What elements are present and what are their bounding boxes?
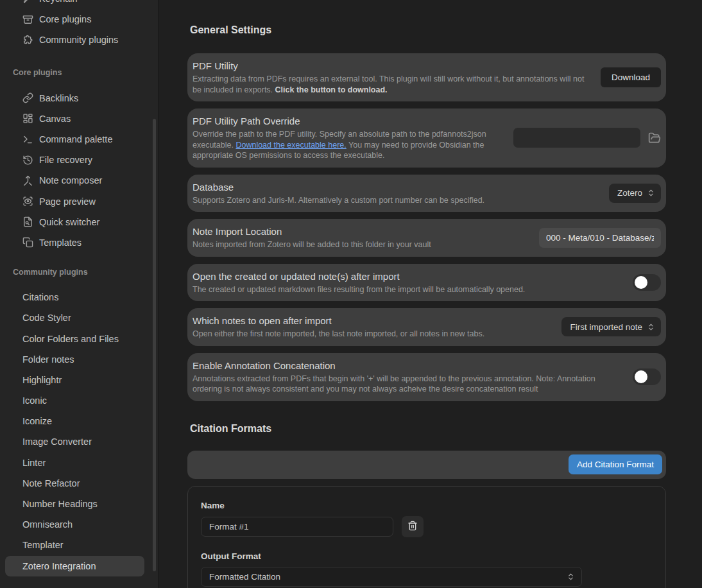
sidebar-item-label: Community plugins <box>39 35 118 45</box>
setting-name: Which notes to open after import <box>193 315 552 327</box>
toggle-knob <box>635 276 647 289</box>
history-icon <box>22 155 33 166</box>
sidebar-item-page-preview[interactable]: Page preview <box>0 191 144 212</box>
sidebar-item-label: Note Refactor <box>22 478 80 489</box>
sidebar-item-file-recovery[interactable]: File recovery <box>0 150 144 170</box>
sidebar-item-label: Page preview <box>39 196 96 207</box>
layout-icon <box>22 113 33 124</box>
general-settings-heading: General Settings <box>187 0 666 36</box>
sidebar-item-core-plugins[interactable]: Core plugins <box>0 9 144 30</box>
sidebar-item-number-headings[interactable]: Number Headings <box>0 494 144 514</box>
which-notes-select-value: First imported note <box>570 322 642 332</box>
sidebar-item-command-palette[interactable]: Command palette <box>0 129 144 150</box>
copy-icon <box>22 237 33 248</box>
citation-format-card: Name Output Format Formatted Citation <box>187 486 666 588</box>
sidebar-item-note-refactor[interactable]: Note Refactor <box>0 473 144 494</box>
sidebar-item-label: Quick switcher <box>39 217 99 227</box>
terminal-icon <box>22 134 33 145</box>
sidebar-item-folder-notes[interactable]: Folder notes <box>0 349 144 370</box>
setting-info: Note Import Location Notes imported from… <box>193 225 539 250</box>
sidebar-item-templater[interactable]: Templater <box>0 535 144 555</box>
key-icon <box>22 0 33 4</box>
annotation-concatenation-toggle[interactable] <box>633 368 661 385</box>
sidebar-item-color-folders-and-files[interactable]: Color Folders and Files <box>0 328 144 349</box>
sidebar-item-note-composer[interactable]: Note composer <box>0 170 144 191</box>
toggle-knob <box>635 370 647 383</box>
setting-name: Database <box>193 181 600 194</box>
open-after-import-toggle[interactable] <box>633 274 661 291</box>
setting-name: Enable Annotation Concatenation <box>193 359 624 372</box>
sidebar-item-community-plugins[interactable]: Community plugins <box>0 30 144 50</box>
link-icon <box>22 92 33 103</box>
setting-description: Annotations extracted from PDFs that beg… <box>193 374 624 395</box>
sidebar-item-omnisearch[interactable]: Omnisearch <box>0 514 144 535</box>
folder-open-icon <box>648 137 661 146</box>
setting-name: Note Import Location <box>193 225 530 238</box>
setting-description: The created or updated markdown files re… <box>193 284 624 295</box>
setting-description: Supports Zotero and Juris-M. Alternative… <box>193 195 600 206</box>
add-citation-format-button[interactable]: Add Citation Format <box>569 454 662 474</box>
chevrons-up-down-icon <box>647 323 655 331</box>
trash-icon <box>407 521 418 533</box>
sidebar-item-label: Linter <box>22 458 46 468</box>
setting-description: Notes imported from Zotero will be added… <box>193 239 530 250</box>
setting-name: PDF Utility <box>193 60 592 73</box>
setting-open-after-import: Open the created or updated note(s) afte… <box>187 264 666 302</box>
sidebar-item-iconize[interactable]: Iconize <box>0 411 144 431</box>
output-format-select[interactable]: Formatted Citation <box>201 567 582 587</box>
sidebar-item-label: Code Styler <box>22 313 71 323</box>
sidebar-item-label: Folder notes <box>22 354 74 365</box>
note-import-location-input[interactable] <box>539 228 661 248</box>
sidebar-item-citations[interactable]: Citations <box>0 287 144 307</box>
setting-info: PDF Utility Extracting data from PDFs re… <box>193 60 601 95</box>
download-executable-link[interactable]: Download the executable here. <box>235 141 346 150</box>
setting-info: Which notes to open after import Open ei… <box>193 315 561 340</box>
sidebar-item-quick-switcher[interactable]: Quick switcher <box>0 212 144 232</box>
delete-format-button[interactable] <box>402 516 424 537</box>
setting-which-notes-to-open: Which notes to open after import Open ei… <box>187 308 666 346</box>
pdf-utility-path-input[interactable] <box>513 128 640 148</box>
setting-pdf-utility: PDF Utility Extracting data from PDFs re… <box>187 53 666 101</box>
setting-description: Extracting data from PDFs requires an ex… <box>193 74 592 95</box>
sidebar-item-highlightr[interactable]: Highlightr <box>0 370 144 390</box>
sidebar-scrollbar[interactable] <box>153 119 156 571</box>
sidebar-item-code-styler[interactable]: Code Styler <box>0 307 144 328</box>
setting-name: Open the created or updated note(s) afte… <box>193 270 624 283</box>
setting-description: Open either the first note imported, the… <box>193 329 552 340</box>
setting-pdf-utility-path-override: PDF Utility Path Override Override the p… <box>187 108 666 168</box>
chevrons-up-down-icon <box>567 573 575 581</box>
sidebar-item-label: Templater <box>22 540 64 550</box>
sidebar-item-backlinks[interactable]: Backlinks <box>0 88 144 108</box>
sidebar-item-label: Iconize <box>22 416 52 426</box>
sidebar-item-label: Image Converter <box>22 437 92 447</box>
database-select-value: Zotero <box>617 188 642 198</box>
sidebar-item-zotero-integration[interactable]: Zotero Integration <box>5 556 144 576</box>
name-label: Name <box>201 501 653 510</box>
sidebar-item-label: Backlinks <box>39 93 78 103</box>
sidebar-item-iconic[interactable]: Iconic <box>0 390 144 411</box>
sidebar-item-keychain[interactable]: Keychain <box>0 0 144 9</box>
format-name-input[interactable] <box>201 517 393 537</box>
sidebar-item-templates[interactable]: Templates <box>0 232 144 253</box>
sidebar-item-image-converter[interactable]: Image Converter <box>0 431 144 452</box>
sidebar-item-label: Color Folders and Files <box>22 334 119 344</box>
download-button[interactable]: Download <box>601 67 661 87</box>
setting-info: Enable Annotation Concatenation Annotati… <box>193 359 633 395</box>
which-notes-select[interactable]: First imported note <box>561 317 661 336</box>
file-search-icon <box>22 216 33 227</box>
output-format-select-value: Formatted Citation <box>209 572 567 582</box>
setting-info: Database Supports Zotero and Juris-M. Al… <box>193 181 609 206</box>
database-select[interactable]: Zotero <box>609 184 661 203</box>
sidebar-item-label: Iconic <box>22 395 47 406</box>
sidebar-item-label: Highlightr <box>22 375 62 385</box>
sidebar-item-label: Citations <box>22 292 58 302</box>
sidebar-item-linter[interactable]: Linter <box>0 453 144 473</box>
sidebar-item-label: Canvas <box>39 114 71 124</box>
merge-icon <box>22 175 33 186</box>
sidebar-item-label: Templates <box>39 238 81 248</box>
browse-folder-button[interactable] <box>648 132 661 144</box>
sidebar-item-label: Core plugins <box>39 14 91 24</box>
sidebar-item-canvas[interactable]: Canvas <box>0 108 144 129</box>
sidebar-item-label: Omnisearch <box>22 519 73 530</box>
citation-formats-heading: Citation Formats <box>187 423 666 435</box>
